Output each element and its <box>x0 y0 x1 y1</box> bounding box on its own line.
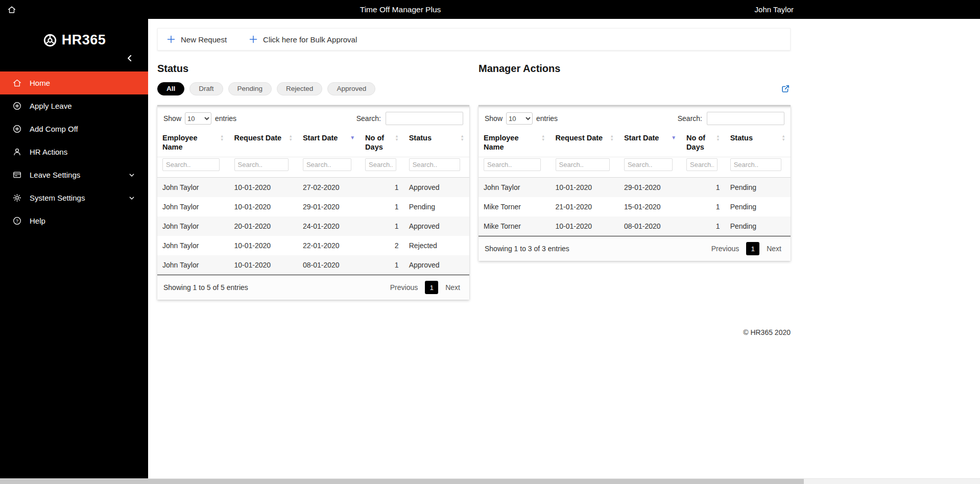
copyright: © HR365 2020 <box>157 328 791 336</box>
status-table-card: Show 10 entries Search: <box>157 105 469 300</box>
filter-button-all[interactable]: All <box>157 82 184 95</box>
column-header-employee-name[interactable]: Employee Name▲▼ <box>157 130 229 157</box>
column-header-status[interactable]: Status▲▼ <box>725 130 791 157</box>
scrollbar-thumb[interactable] <box>0 479 804 484</box>
collapse-sidebar-button[interactable] <box>125 53 135 63</box>
column-search-status[interactable] <box>409 158 461 171</box>
wallet-icon <box>12 170 22 180</box>
cell-start-date: 27-02-2020 <box>298 178 360 198</box>
column-search-no-of-days[interactable] <box>686 158 718 171</box>
manager-table-card: Show 10 entries Search: <box>479 105 791 261</box>
cell-request-date: 10-01-2020 <box>229 197 298 216</box>
gear-icon <box>12 193 22 203</box>
hr365-logo: HR365 <box>0 19 148 51</box>
page-size-select[interactable]: 10 <box>185 112 211 125</box>
pagination-previous[interactable]: Previous <box>387 281 421 294</box>
column-header-start-date[interactable]: Start Date▼ <box>298 130 360 157</box>
status-table: Employee Name▲▼ Request Date▲▼ Start Dat… <box>157 130 469 275</box>
hr365-logo-icon <box>42 33 58 48</box>
cell-employee-name: Mike Torner <box>479 216 551 236</box>
plus-icon <box>167 35 175 43</box>
column-search-start-date[interactable] <box>624 158 673 171</box>
home-icon[interactable] <box>7 5 16 14</box>
column-header-status[interactable]: Status▲▼ <box>404 130 469 157</box>
table-row[interactable]: John Taylor 10-01-2020 22-01-2020 2 Reje… <box>157 236 469 255</box>
toolbar: New Request Click here for Bulk Approval <box>157 28 791 51</box>
cell-request-date: 21-01-2020 <box>551 197 619 216</box>
column-search-status[interactable] <box>730 158 782 171</box>
entries-label: entries <box>215 114 236 123</box>
table-row[interactable]: John Taylor 10-01-2020 27-02-2020 1 Appr… <box>157 178 469 198</box>
column-search-start-date[interactable] <box>303 158 351 171</box>
column-header-request-date[interactable]: Request Date▲▼ <box>229 130 298 157</box>
table-search-input[interactable] <box>386 112 463 125</box>
sort-icon: ▲▼ <box>716 133 720 141</box>
sidebar-item-add-comp-off[interactable]: Add Comp Off <box>0 117 148 140</box>
table-info: Showing 1 to 5 of 5 entries <box>163 283 248 292</box>
cell-request-date: 10-01-2020 <box>551 216 619 236</box>
cell-employee-name: John Taylor <box>157 178 229 198</box>
table-row[interactable]: John Taylor 10-01-2020 29-01-2020 1 Pend… <box>479 178 791 198</box>
cell-request-date: 10-01-2020 <box>229 236 298 255</box>
sidebar-item-apply-leave[interactable]: Apply Leave <box>0 94 148 117</box>
show-label: Show <box>163 114 181 123</box>
cell-status: Pending <box>725 197 791 216</box>
sort-icon: ▲▼ <box>395 133 398 141</box>
sidebar-item-system-settings[interactable]: System Settings <box>0 186 148 209</box>
column-header-request-date[interactable]: Request Date▲▼ <box>551 130 619 157</box>
pagination-next[interactable]: Next <box>442 281 463 294</box>
cell-start-date: 29-01-2020 <box>619 178 681 198</box>
topbar-user[interactable]: John Taylor <box>755 5 794 14</box>
sort-desc-icon: ▼ <box>671 133 676 141</box>
cell-status: Pending <box>725 178 791 198</box>
cell-start-date: 22-01-2020 <box>298 236 360 255</box>
filter-button-draft[interactable]: Draft <box>189 82 223 95</box>
cell-employee-name: John Taylor <box>157 216 229 236</box>
column-search-request-date[interactable] <box>234 158 289 171</box>
table-row[interactable]: Mike Torner 10-01-2020 08-01-2020 1 Pend… <box>479 216 791 236</box>
new-request-button[interactable]: New Request <box>167 35 227 44</box>
column-search-employee-name[interactable] <box>162 158 220 171</box>
manager-panel-title: Manager Actions <box>479 63 791 75</box>
table-row[interactable]: John Taylor 20-01-2020 24-01-2020 1 Appr… <box>157 216 469 236</box>
table-row[interactable]: John Taylor 10-01-2020 29-01-2020 1 Pend… <box>157 197 469 216</box>
page-size-select[interactable]: 10 <box>506 112 533 125</box>
sidebar: HR365 Home <box>0 19 148 484</box>
pagination-page-1[interactable]: 1 <box>425 281 438 294</box>
sidebar-item-help[interactable]: ? Help <box>0 209 148 232</box>
sort-icon: ▲▼ <box>610 133 613 141</box>
table-search-input[interactable] <box>707 112 784 125</box>
column-search-request-date[interactable] <box>556 158 610 171</box>
column-search-employee-name[interactable] <box>484 158 541 171</box>
pagination-page-1[interactable]: 1 <box>746 242 759 255</box>
filter-button-rejected[interactable]: Rejected <box>277 82 322 95</box>
column-header-no-of-days[interactable]: No of Days▲▼ <box>681 130 725 157</box>
column-header-no-of-days[interactable]: No of Days▲▼ <box>360 130 404 157</box>
filter-button-approved[interactable]: Approved <box>327 82 375 95</box>
sidebar-item-home[interactable]: Home <box>0 71 148 94</box>
chevron-down-icon[interactable] <box>128 171 136 179</box>
pagination-next[interactable]: Next <box>763 243 784 255</box>
table-row[interactable]: John Taylor 10-01-2020 08-01-2020 1 Appr… <box>157 255 469 275</box>
sidebar-item-hr-actions[interactable]: HR Actions <box>0 140 148 163</box>
bulk-approval-button[interactable]: Click here for Bulk Approval <box>249 35 357 44</box>
cell-request-date: 10-01-2020 <box>229 178 298 198</box>
horizontal-scrollbar[interactable] <box>0 478 980 484</box>
open-external-link-icon[interactable] <box>780 84 791 94</box>
chevron-down-icon[interactable] <box>128 194 136 202</box>
sidebar-item-leave-settings[interactable]: Leave Settings <box>0 163 148 186</box>
column-search-no-of-days[interactable] <box>365 158 396 171</box>
column-header-employee-name[interactable]: Employee Name▲▼ <box>479 130 551 157</box>
show-label: Show <box>485 114 503 123</box>
status-panel-title: Status <box>157 63 469 75</box>
filter-button-pending[interactable]: Pending <box>228 82 272 95</box>
cell-status: Approved <box>404 255 469 275</box>
cell-status: Rejected <box>404 236 469 255</box>
plus-icon <box>249 35 257 43</box>
column-header-start-date[interactable]: Start Date▼ <box>619 130 681 157</box>
cell-status: Approved <box>404 178 469 198</box>
home-icon <box>12 78 22 88</box>
cell-start-date: 08-01-2020 <box>619 216 681 236</box>
table-row[interactable]: Mike Torner 21-01-2020 15-01-2020 1 Pend… <box>479 197 791 216</box>
pagination-previous[interactable]: Previous <box>708 243 742 255</box>
